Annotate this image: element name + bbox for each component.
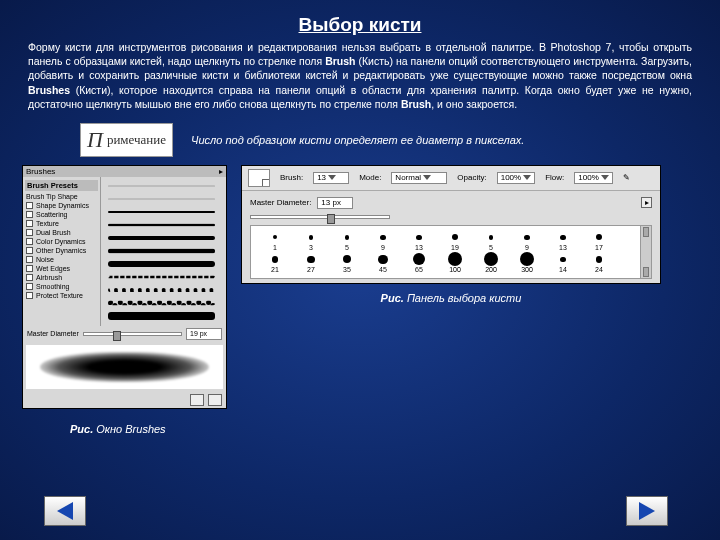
- brush-swatch[interactable]: 13: [545, 230, 581, 251]
- main-paragraph: Форму кисти для инструментов рисования и…: [0, 36, 720, 117]
- opt-other-dynamics[interactable]: Other Dynamics: [25, 247, 98, 254]
- opt-texture[interactable]: Texture: [25, 220, 98, 227]
- next-button[interactable]: [626, 496, 668, 526]
- brush-preview: [26, 345, 223, 389]
- opt-scattering[interactable]: Scattering: [25, 211, 98, 218]
- caption-right: Рис. Панель выбора кисти: [241, 292, 661, 304]
- brush-option-panel-wrap: Brush: 13 Mode: Normal Opacity: 100% Flo…: [241, 165, 661, 306]
- stroke-preview[interactable]: [103, 298, 220, 309]
- brush-swatch[interactable]: 5: [329, 230, 365, 251]
- mode-label: Mode:: [359, 173, 381, 182]
- para-text: (Кисти), которое находится справа на пан…: [28, 84, 692, 110]
- note-text: Число под образцом кисти определяет ее д…: [191, 134, 524, 146]
- prev-button[interactable]: [44, 496, 86, 526]
- chevron-down-icon[interactable]: [523, 175, 531, 180]
- brush-swatch[interactable]: 1: [257, 230, 293, 251]
- arrow-left-icon: [57, 502, 73, 520]
- stroke-preview[interactable]: [103, 311, 220, 322]
- brushes-window: Brushes ▸ Brush Presets Brush Tip Shape …: [22, 165, 227, 409]
- kw-brush: Brush: [401, 98, 431, 110]
- brushes-tab[interactable]: Brushes ▸: [23, 166, 226, 177]
- grid-row: 13591319591317: [257, 230, 645, 252]
- trash-icon[interactable]: [208, 394, 222, 406]
- para-text: , и оно закроется.: [431, 98, 517, 110]
- stroke-preview[interactable]: [103, 272, 220, 283]
- brush-label: Brush:: [280, 173, 303, 182]
- brush-swatch[interactable]: 300: [509, 252, 545, 273]
- new-brush-button[interactable]: [190, 394, 204, 406]
- brush-swatch[interactable]: 21: [257, 252, 293, 273]
- menu-icon[interactable]: ▸: [219, 167, 223, 176]
- brush-swatch[interactable]: 100: [437, 252, 473, 273]
- opt-dual-brush[interactable]: Dual Brush: [25, 229, 98, 236]
- brush-swatch[interactable]: 9: [509, 230, 545, 251]
- brush-swatch[interactable]: 13: [401, 230, 437, 251]
- tool-icon[interactable]: [248, 169, 270, 187]
- flow-field[interactable]: 100%: [574, 172, 612, 184]
- opt-airbrush[interactable]: Airbrush: [25, 274, 98, 281]
- brush-option-panel: Brush: 13 Mode: Normal Opacity: 100% Flo…: [241, 165, 661, 284]
- brush-tip-shape[interactable]: Brush Tip Shape: [25, 193, 98, 200]
- flow-label: Flow:: [545, 173, 564, 182]
- options-bar: Brush: 13 Mode: Normal Opacity: 100% Flo…: [242, 166, 660, 191]
- note-letter: П: [87, 127, 103, 153]
- brush-swatch[interactable]: 24: [581, 252, 617, 273]
- stroke-preview[interactable]: [103, 194, 220, 205]
- chevron-down-icon[interactable]: [328, 175, 336, 180]
- opt-protect-texture[interactable]: Protect Texture: [25, 292, 98, 299]
- brush-swatch[interactable]: 17: [581, 230, 617, 251]
- stroke-preview[interactable]: [103, 259, 220, 270]
- chevron-down-icon[interactable]: [601, 175, 609, 180]
- brush-swatch[interactable]: 5: [473, 230, 509, 251]
- brush-swatch[interactable]: 19: [437, 230, 473, 251]
- brush-size-field[interactable]: 13: [313, 172, 349, 184]
- brushes-tab-label: Brushes: [26, 167, 55, 176]
- diameter-slider[interactable]: [83, 332, 182, 336]
- master-diameter-row: Master Diameter 19 px: [23, 326, 226, 342]
- md-label: Master Diameter:: [250, 198, 311, 207]
- stroke-preview[interactable]: [103, 207, 220, 218]
- mode-select[interactable]: Normal: [391, 172, 447, 184]
- stroke-preview[interactable]: [103, 220, 220, 231]
- grid-row: 21273545651002003001424: [257, 252, 645, 274]
- diameter-value[interactable]: 19 px: [186, 328, 222, 340]
- md-value[interactable]: 13 px: [317, 197, 353, 209]
- kw-brushes: Brushes: [28, 84, 70, 96]
- master-diameter-row: Master Diameter: 13 px ▸: [250, 197, 652, 209]
- brush-swatch[interactable]: 27: [293, 252, 329, 273]
- flyout-icon[interactable]: ▸: [641, 197, 652, 208]
- brush-grid: 13591319591317 21273545651002003001424: [250, 225, 652, 279]
- brush-presets-header[interactable]: Brush Presets: [25, 180, 98, 191]
- stroke-preview[interactable]: [103, 285, 220, 296]
- opacity-label: Opacity:: [457, 173, 486, 182]
- brush-swatch[interactable]: 200: [473, 252, 509, 273]
- stroke-preview[interactable]: [103, 181, 220, 192]
- opacity-field[interactable]: 100%: [497, 172, 535, 184]
- note-row: Примечание Число под образцом кисти опре…: [0, 123, 720, 157]
- md-slider[interactable]: [250, 215, 390, 219]
- page-title: Выбор кисти: [0, 14, 720, 36]
- brushes-sidebar: Brush Presets Brush Tip Shape Shape Dyna…: [23, 177, 101, 326]
- note-badge: Примечание: [80, 123, 173, 157]
- brush-blob: [40, 352, 209, 382]
- master-diameter-label: Master Diameter: [27, 330, 79, 337]
- kw-brush: Brush: [325, 55, 355, 67]
- opt-shape-dynamics[interactable]: Shape Dynamics: [25, 202, 98, 209]
- brush-swatch[interactable]: 35: [329, 252, 365, 273]
- brush-swatch[interactable]: 3: [293, 230, 329, 251]
- scrollbar[interactable]: [640, 226, 651, 278]
- airbrush-icon[interactable]: ✎: [623, 173, 630, 182]
- opt-noise[interactable]: Noise: [25, 256, 98, 263]
- opt-wet-edges[interactable]: Wet Edges: [25, 265, 98, 272]
- opt-color-dynamics[interactable]: Color Dynamics: [25, 238, 98, 245]
- chevron-down-icon[interactable]: [423, 175, 431, 180]
- brush-swatch[interactable]: 14: [545, 252, 581, 273]
- stroke-preview[interactable]: [103, 233, 220, 244]
- brush-swatch[interactable]: 9: [365, 230, 401, 251]
- caption-left: Рис. Окно Brushes: [0, 423, 720, 435]
- arrow-right-icon: [639, 502, 655, 520]
- opt-smoothing[interactable]: Smoothing: [25, 283, 98, 290]
- brush-swatch[interactable]: 65: [401, 252, 437, 273]
- brush-swatch[interactable]: 45: [365, 252, 401, 273]
- stroke-preview[interactable]: [103, 246, 220, 257]
